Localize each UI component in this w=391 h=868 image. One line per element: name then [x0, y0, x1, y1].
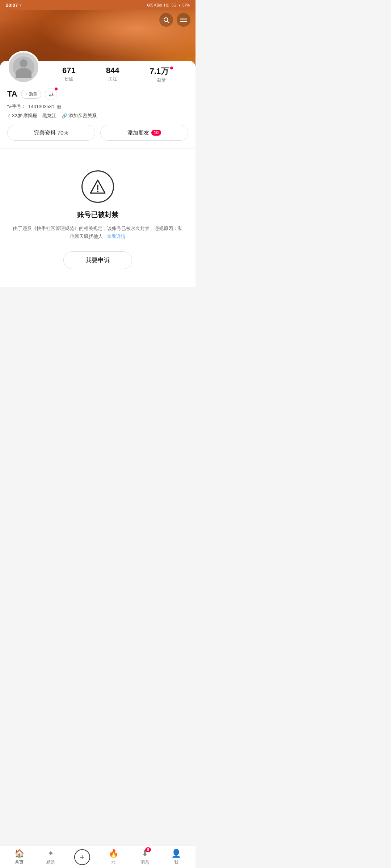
complete-profile-button[interactable]: 完善资料 70% — [7, 125, 95, 141]
action-buttons: 完善资料 70% 添加朋友 10 — [7, 125, 188, 141]
likes-dot — [170, 67, 173, 69]
tags-row: ♂ 32岁·摩羯座 黑龙江 🔗 添加亲密关系 — [7, 112, 188, 119]
username: TA — [7, 89, 17, 99]
stats-row: 671 粉丝 844 关注 7.1万 获赞 — [47, 61, 188, 84]
qr-icon[interactable]: ▦ — [56, 103, 61, 109]
appeal-button[interactable]: 我要申诉 — [63, 251, 132, 269]
banned-description: 由于违反《快手社区管理规范》的相关规定，该账号已被永久封禁，违规原因：私信聊天骚… — [11, 225, 185, 241]
svg-point-7 — [97, 191, 98, 192]
follow-button[interactable]: ⇄ — [45, 88, 57, 100]
add-friend-button[interactable]: 添加朋友 10 — [100, 125, 188, 141]
speed-text: 685 KB/s — [147, 3, 162, 7]
status-right: 685 KB/s HD 5G ▾ 67% — [147, 3, 190, 7]
gender-age-tag: ♂ 32岁·摩羯座 — [7, 112, 37, 119]
signal-icon: 5G — [172, 3, 176, 7]
warning-icon — [89, 178, 106, 195]
wifi-icon: ▾ — [178, 3, 180, 7]
user-name-row: TA + 勋章 ⇄ — [7, 88, 188, 100]
avatar-row: 671 粉丝 844 关注 7.1万 获赞 — [7, 61, 188, 84]
warning-circle — [81, 170, 114, 203]
followers-count: 671 — [62, 66, 76, 75]
avatar[interactable] — [7, 51, 40, 84]
relationship-icon: 🔗 — [62, 113, 67, 119]
likes-count: 7.1万 — [150, 66, 173, 77]
add-friend-badge: 10 — [151, 130, 161, 136]
likes-label: 获赞 — [150, 77, 173, 84]
gender-age-text: ♂ 32岁·摩羯座 — [7, 112, 37, 119]
followers-stat[interactable]: 671 粉丝 — [62, 66, 76, 84]
kuaishou-id-label: 快手号： — [7, 103, 26, 110]
location-tag: 黑龙江 — [42, 112, 56, 119]
badge-button[interactable]: + 勋章 — [21, 90, 41, 99]
banned-section: 账号已被封禁 由于违反《快手社区管理规范》的相关规定，该账号已被永久封禁，违规原… — [0, 149, 196, 287]
battery-text: 67% — [182, 3, 190, 7]
follow-notification-dot — [55, 88, 58, 90]
heart-icon: ♥ — [19, 3, 22, 7]
add-friend-label: 添加朋友 — [127, 129, 149, 136]
location-text: 黑龙江 — [42, 112, 56, 119]
kuaishou-id-value: 1441303581 — [28, 104, 54, 109]
banned-desc-text: 由于违反《快手社区管理规范》的相关规定，该账号已被永久封禁，违规原因：私信聊天骚… — [13, 226, 182, 239]
following-stat[interactable]: 844 关注 — [106, 66, 119, 84]
status-time: 20:07 ♥ — [6, 3, 22, 8]
svg-line-1 — [167, 21, 169, 22]
hd-badge: HD — [164, 3, 169, 7]
status-bar: 20:07 ♥ 685 KB/s HD 5G ▾ 67% — [0, 0, 196, 10]
relationship-label: 添加亲密关系 — [68, 112, 97, 119]
search-button[interactable] — [159, 13, 173, 27]
avatar-placeholder — [13, 56, 34, 78]
following-label: 关注 — [106, 76, 119, 82]
header-actions — [159, 13, 190, 27]
following-count: 844 — [106, 66, 119, 75]
likes-stat[interactable]: 7.1万 获赞 — [150, 66, 173, 84]
profile-card: 671 粉丝 844 关注 7.1万 获赞 TA + 勋章 ⇄ — [0, 61, 196, 148]
banned-title: 账号已被封禁 — [77, 210, 118, 220]
relationship-tag[interactable]: 🔗 添加亲密关系 — [62, 112, 97, 119]
followers-label: 粉丝 — [62, 76, 76, 82]
menu-button[interactable] — [177, 13, 190, 27]
complete-profile-label: 完善资料 70% — [34, 129, 68, 136]
kuaishou-id-row: 快手号： 1441303581 ▦ — [7, 103, 188, 110]
banned-detail-link[interactable]: 查看详情 — [107, 234, 126, 239]
time-text: 20:07 — [6, 3, 18, 8]
